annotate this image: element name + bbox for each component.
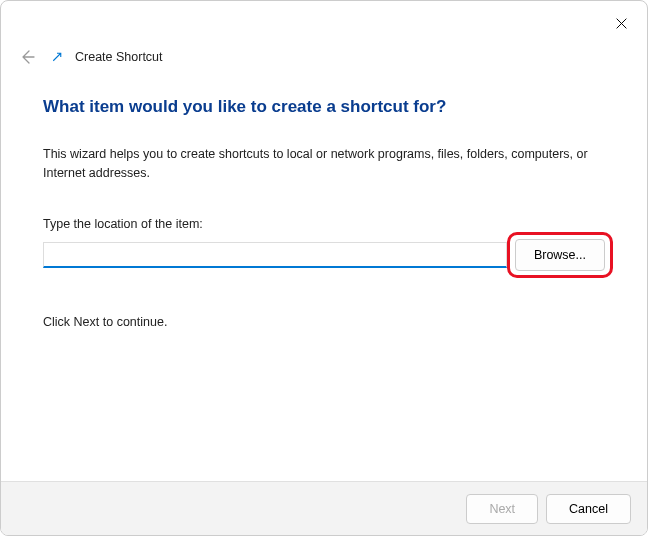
shortcut-icon (49, 49, 65, 65)
wizard-title: Create Shortcut (75, 50, 163, 64)
description-text: This wizard helps you to create shortcut… (43, 145, 605, 183)
continue-hint: Click Next to continue. (43, 315, 605, 329)
location-input[interactable] (43, 242, 507, 268)
next-button: Next (466, 494, 538, 524)
cancel-button[interactable]: Cancel (546, 494, 631, 524)
browse-button[interactable]: Browse... (515, 239, 605, 271)
page-heading: What item would you like to create a sho… (43, 97, 605, 117)
back-button[interactable] (15, 45, 39, 69)
close-button[interactable] (607, 9, 635, 37)
location-label: Type the location of the item: (43, 217, 605, 231)
browse-button-label: Browse... (534, 248, 586, 262)
